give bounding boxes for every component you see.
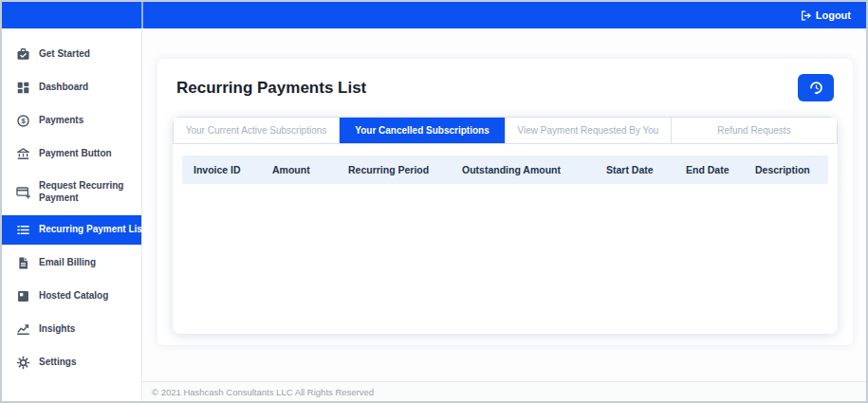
dashboard-grid-icon [16, 81, 30, 95]
sidebar-item-recurring-payment-list[interactable]: Recurring Payment List [2, 215, 141, 245]
sidebar-item-label: Request Recurring Payment [39, 180, 136, 204]
top-bar: Logout [2, 2, 866, 28]
sidebar-item-label: Settings [39, 357, 76, 369]
column-header-amount: Amount [261, 164, 337, 175]
sidebar-item-label: Payments [39, 115, 83, 127]
coin-dollar-icon: $ [16, 114, 30, 128]
table-header-row: Invoice ID Amount Recurring Period Outst… [182, 156, 828, 184]
column-header-description: Description [744, 164, 828, 175]
logout-icon [800, 9, 812, 22]
sidebar-item-payments[interactable]: $ Payments [2, 106, 141, 136]
tab-current-active-subscriptions[interactable]: Your Current Active Subscriptions [174, 118, 340, 143]
sidebar-item-dashboard[interactable]: Dashboard [2, 73, 141, 102]
chart-icon [16, 322, 30, 337]
logout-label: Logout [816, 9, 851, 21]
payments-table: Invoice ID Amount Recurring Period Outst… [173, 144, 838, 334]
sidebar-item-settings[interactable]: Settings [2, 348, 141, 377]
document-icon [16, 256, 30, 270]
sidebar-item-label: Hosted Catalog [39, 290, 108, 302]
sidebar-item-hosted-catalog[interactable]: Hosted Catalog [2, 282, 141, 311]
sidebar-item-get-started[interactable]: Get Started [2, 40, 141, 69]
tab-cancelled-subscriptions[interactable]: Your Cancelled Subscriptions [340, 118, 506, 143]
catalog-icon [16, 289, 30, 303]
sidebar-item-request-recurring-payment[interactable]: Request Recurring Payment [2, 173, 141, 211]
app-window: Logout Get Started [0, 0, 868, 403]
sidebar-item-label: Recurring Payment List [39, 224, 145, 236]
subscriptions-panel: Your Current Active Subscriptions Your C… [173, 117, 838, 334]
table-body-empty [182, 184, 828, 334]
tab-refund-requests[interactable]: Refund Requests [672, 118, 837, 143]
column-header-recurring-period: Recurring Period [337, 164, 451, 175]
card-plus-icon [16, 185, 30, 199]
main-area: Recurring Payments List [142, 28, 866, 401]
logout-button[interactable]: Logout [794, 9, 857, 23]
sidebar-item-payment-button[interactable]: Payment Button [2, 139, 141, 169]
briefcase-icon [16, 47, 30, 62]
topbar-divider [141, 2, 143, 28]
bank-icon [16, 147, 30, 161]
svg-text:$: $ [21, 117, 26, 125]
sidebar-item-label: Dashboard [39, 82, 88, 94]
recurring-payments-card: Recurring Payments List [157, 59, 853, 345]
tab-bar: Your Current Active Subscriptions Your C… [173, 117, 838, 144]
tab-view-payment-requested[interactable]: View Payment Requested By You [506, 118, 672, 143]
column-header-outstanding-amount: Outstanding Amount [451, 164, 595, 175]
list-icon [16, 223, 30, 237]
sidebar-item-label: Insights [39, 323, 75, 336]
sidebar-item-insights[interactable]: Insights [2, 315, 141, 344]
footer-bar: © 2021 Hashcash Consultants LLC All Righ… [142, 381, 866, 401]
copyright-text: © 2021 Hashcash Consultants LLC All Righ… [152, 387, 374, 397]
sidebar-item-label: Get Started [39, 48, 90, 61]
sidebar-item-label: Payment Button [39, 148, 112, 160]
history-icon [809, 81, 823, 95]
column-header-end-date: End Date [674, 164, 744, 175]
sidebar: Get Started Dashboard $ [2, 28, 142, 401]
page-title: Recurring Payments List [176, 79, 366, 98]
sidebar-item-label: Email Billing [39, 257, 96, 269]
gear-icon [16, 356, 30, 370]
content-area: Recurring Payments List [142, 28, 866, 381]
column-header-start-date: Start Date [595, 164, 674, 175]
refresh-history-button[interactable] [798, 74, 834, 101]
sidebar-item-email-billing[interactable]: Email Billing [2, 248, 141, 278]
column-header-invoice-id: Invoice ID [182, 164, 261, 175]
